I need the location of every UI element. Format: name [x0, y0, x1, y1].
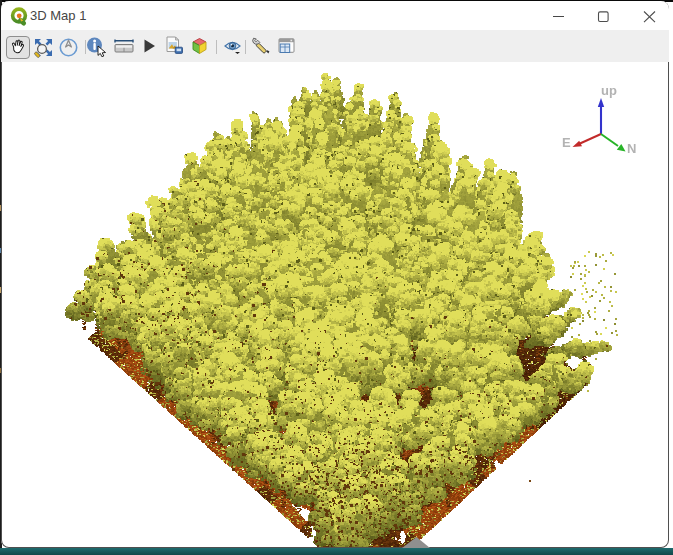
- svg-text:E: E: [562, 135, 571, 150]
- svg-text:N: N: [627, 141, 636, 156]
- svg-text:up: up: [601, 83, 617, 98]
